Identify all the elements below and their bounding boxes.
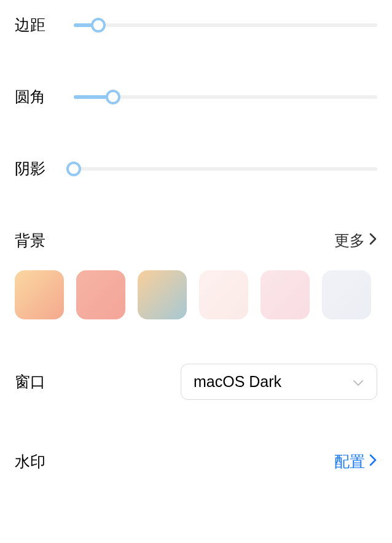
- background-swatch-1[interactable]: [76, 270, 125, 319]
- more-text: 更多: [334, 230, 365, 251]
- radius-row: 圆角: [15, 87, 377, 107]
- background-swatch-5[interactable]: [322, 270, 371, 319]
- shadow-label: 阴影: [15, 158, 74, 179]
- radius-slider[interactable]: [74, 90, 377, 104]
- background-swatch-0[interactable]: [15, 270, 64, 319]
- background-swatch-4[interactable]: [261, 270, 310, 319]
- configure-text: 配置: [334, 451, 365, 472]
- watermark-label: 水印: [15, 451, 45, 472]
- background-more-link[interactable]: 更多: [334, 230, 377, 251]
- slider-thumb[interactable]: [106, 90, 120, 104]
- background-swatches: [15, 270, 377, 319]
- background-label: 背景: [15, 230, 45, 251]
- window-selected-value: macOS Dark: [194, 373, 281, 391]
- background-header: 背景 更多: [15, 230, 377, 251]
- margin-slider[interactable]: [74, 18, 377, 33]
- watermark-configure-link[interactable]: 配置: [334, 451, 377, 472]
- chevron-down-icon: [352, 373, 364, 391]
- watermark-row: 水印 配置: [15, 451, 377, 472]
- slider-thumb[interactable]: [91, 18, 106, 33]
- slider-track: [74, 23, 377, 27]
- chevron-right-icon: [369, 453, 377, 471]
- shadow-row: 阴影: [15, 158, 377, 179]
- margin-label: 边距: [15, 15, 74, 35]
- window-label: 窗口: [15, 372, 45, 392]
- slider-thumb[interactable]: [66, 162, 81, 176]
- slider-track: [74, 167, 377, 171]
- background-swatch-2[interactable]: [138, 270, 187, 319]
- margin-row: 边距: [15, 15, 377, 35]
- window-select[interactable]: macOS Dark: [181, 364, 377, 400]
- window-row: 窗口 macOS Dark: [15, 364, 377, 400]
- chevron-right-icon: [369, 232, 377, 249]
- radius-label: 圆角: [15, 87, 74, 107]
- shadow-slider[interactable]: [74, 162, 377, 176]
- background-swatch-3[interactable]: [199, 270, 248, 319]
